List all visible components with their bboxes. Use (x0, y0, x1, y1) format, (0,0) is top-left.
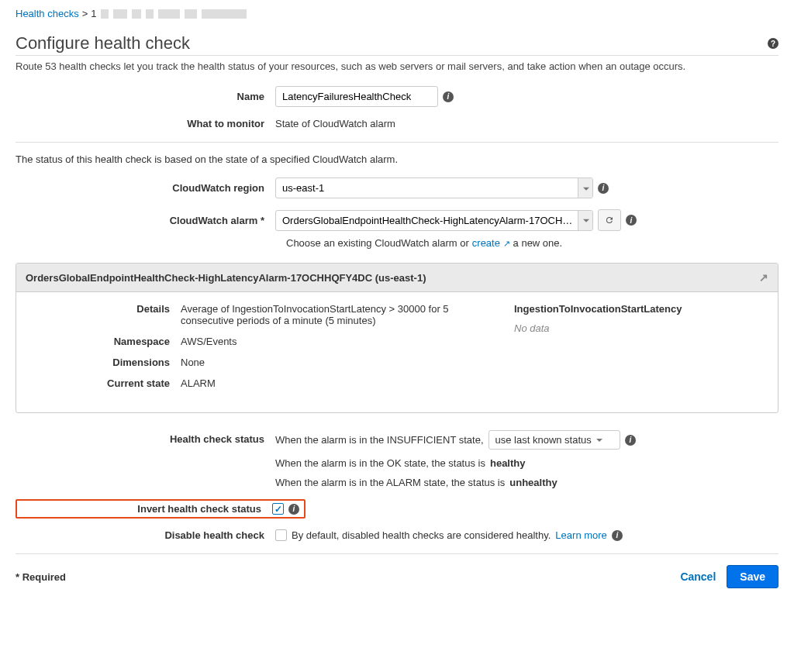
required-note: * Required (16, 571, 66, 583)
row-status: Health check status When the alarm is in… (16, 430, 778, 488)
namespace-value: AWS/Events (181, 336, 491, 347)
disable-text: By default, disabled health checks are c… (292, 529, 551, 541)
invert-label: Invert health check status (17, 503, 272, 515)
page-intro: Route 53 health checks let you track the… (16, 60, 778, 72)
open-external-icon[interactable]: ↗ (759, 271, 768, 284)
invert-highlight-box: Invert health check status i (16, 499, 306, 519)
refresh-icon (605, 215, 614, 226)
breadcrumb-root-link[interactable]: Health checks (16, 8, 79, 19)
details-value: Average of IngestionToInvocationStartLat… (181, 303, 491, 326)
dimensions-label: Dimensions (26, 357, 181, 368)
state-label: Current state (26, 377, 181, 389)
info-icon[interactable]: i (612, 530, 623, 541)
region-label: CloudWatch region (16, 182, 275, 194)
metric-name: IngestionToInvocationStartLatency (514, 303, 768, 315)
status-line3-pre: When the alarm is in the ALARM state, th… (275, 477, 505, 488)
breadcrumb-sep: > (82, 8, 88, 19)
insufficient-state-select[interactable]: use last known status (488, 430, 620, 450)
info-icon[interactable]: i (626, 215, 637, 226)
row-name: Name i (16, 86, 778, 107)
row-disable: Disable health check By default, disable… (16, 529, 778, 541)
monitor-value: State of CloudWatch alarm (275, 118, 395, 129)
alarm-select[interactable]: OrdersGlobalEndpointHealthCheck-HighLate… (275, 210, 593, 231)
alarm-card: OrdersGlobalEndpointHealthCheck-HighLate… (16, 263, 778, 413)
region-select[interactable]: us-east-1 (275, 177, 593, 198)
help-icon[interactable]: ? (768, 38, 778, 49)
status-line1-pre: When the alarm is in the INSUFFICIENT st… (275, 434, 484, 446)
refresh-button[interactable] (598, 209, 621, 231)
disable-label: Disable health check (16, 529, 275, 541)
row-alarm: CloudWatch alarm * OrdersGlobalEndpointH… (16, 209, 778, 231)
state-value: ALARM (181, 377, 491, 389)
dimensions-value: None (181, 357, 491, 368)
info-icon[interactable]: i (598, 183, 609, 194)
alarm-select-wrap: OrdersGlobalEndpointHealthCheck-HighLate… (275, 210, 593, 231)
save-button[interactable]: Save (727, 565, 778, 588)
alarm-details-left: Details Average of IngestionToInvocation… (26, 303, 491, 398)
alarm-label: CloudWatch alarm * (16, 215, 275, 226)
name-input[interactable] (275, 86, 438, 107)
info-icon[interactable]: i (625, 435, 636, 446)
status-line3-bold: unhealthy (509, 477, 557, 488)
footer: * Required Cancel Save (16, 553, 778, 588)
alarm-details-right: IngestionToInvocationStartLatency No dat… (514, 303, 768, 398)
alarm-card-title: OrdersGlobalEndpointHealthCheck-HighLate… (26, 272, 426, 284)
name-label: Name (16, 91, 275, 102)
disable-checkbox[interactable] (275, 529, 287, 541)
redacted-text (146, 9, 154, 19)
invert-checkbox[interactable] (272, 503, 284, 515)
details-label: Details (26, 303, 181, 326)
page-title: Configure health check (16, 33, 190, 53)
cloudwatch-intro: The status of this health check is based… (16, 153, 778, 165)
info-icon[interactable]: i (288, 504, 299, 515)
page-title-row: Configure health check ? (16, 33, 778, 56)
monitor-label: What to monitor (16, 118, 275, 129)
breadcrumb-current-id: 1 (91, 8, 96, 19)
create-alarm-link[interactable]: create ↗ (472, 237, 510, 249)
learn-more-link[interactable]: Learn more (555, 529, 606, 541)
breadcrumb: Health checks > 1 (16, 8, 778, 19)
redacted-text (185, 9, 197, 19)
region-select-wrap: us-east-1 (275, 177, 593, 198)
row-region: CloudWatch region us-east-1 i (16, 177, 778, 198)
cancel-button[interactable]: Cancel (680, 570, 716, 583)
row-monitor: What to monitor State of CloudWatch alar… (16, 118, 778, 129)
nodata-text: No data (514, 322, 768, 334)
helper-pre: Choose an existing CloudWatch alarm or (286, 237, 469, 249)
status-line2-bold: healthy (490, 457, 526, 469)
redacted-text (113, 9, 127, 19)
namespace-label: Namespace (26, 336, 181, 347)
divider (16, 142, 778, 143)
status-label: Health check status (16, 430, 275, 445)
helper-post: a new one. (513, 237, 563, 249)
alarm-helper: Choose an existing CloudWatch alarm or c… (286, 237, 778, 249)
alarm-card-head: OrdersGlobalEndpointHealthCheck-HighLate… (16, 264, 778, 292)
redacted-text (101, 9, 109, 19)
redacted-text (158, 9, 180, 19)
external-link-icon: ↗ (503, 239, 510, 249)
status-line2-pre: When the alarm is in the OK state, the s… (275, 457, 485, 469)
redacted-text (202, 9, 247, 19)
info-icon[interactable]: i (443, 91, 454, 102)
redacted-text (132, 9, 141, 19)
